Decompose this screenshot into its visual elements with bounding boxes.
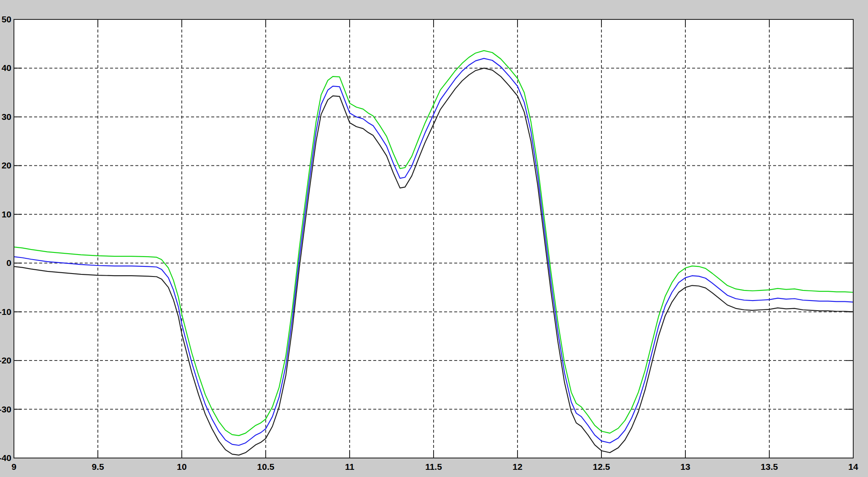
y-tick-label: 40 — [2, 63, 11, 73]
y-tick-label: -10 — [0, 307, 11, 317]
x-tick-label: 9 — [11, 462, 16, 472]
y-tick-label: -40 — [0, 453, 11, 463]
y-tick-label: 0 — [6, 258, 11, 268]
line-chart: 99.51010.51111.51212.51313.514-40-30-20-… — [0, 0, 868, 477]
y-tick-label: 20 — [2, 160, 11, 170]
x-tick-label: 11.5 — [425, 462, 442, 472]
x-tick-label: 14 — [848, 462, 858, 472]
y-tick-label: 30 — [2, 112, 11, 122]
x-tick-label: 10.5 — [257, 462, 275, 472]
x-tick-label: 10 — [177, 462, 186, 472]
matlab-figure-window: 99.51010.51111.51212.51313.514-40-30-20-… — [0, 0, 868, 477]
x-tick-label: 9.5 — [92, 462, 104, 472]
y-tick-label: 10 — [2, 209, 11, 219]
x-tick-label: 11 — [345, 462, 355, 472]
y-tick-label: 50 — [2, 14, 11, 24]
x-tick-label: 13 — [680, 462, 690, 472]
y-tick-label: -30 — [0, 404, 11, 414]
y-tick-label: -20 — [0, 355, 11, 365]
x-tick-label: 12 — [512, 462, 522, 472]
x-tick-label: 13.5 — [761, 462, 778, 472]
x-tick-label: 12.5 — [593, 462, 610, 472]
